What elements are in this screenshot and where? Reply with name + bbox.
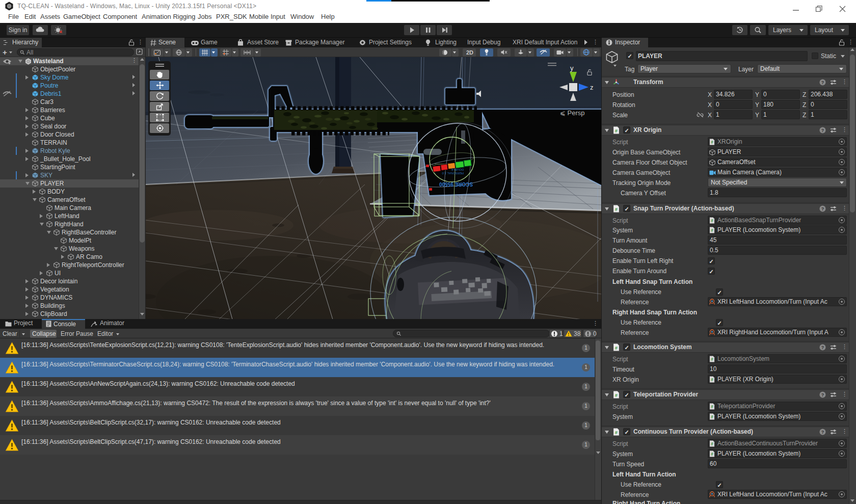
svg-text:#: # <box>711 442 713 446</box>
svg-text:?: ? <box>821 206 824 211</box>
svg-text:#: # <box>711 378 713 382</box>
svg-text:PERSONAL 1.0: PERSONAL 1.0 <box>442 172 464 175</box>
svg-text:z: z <box>590 84 594 91</box>
svg-text:#: # <box>711 228 713 233</box>
svg-text:#: # <box>615 206 618 212</box>
svg-text:y: y <box>570 64 574 72</box>
svg-text:?: ? <box>821 345 824 350</box>
svg-text:#: # <box>615 392 618 398</box>
svg-text:?: ? <box>821 392 824 397</box>
svg-text:#: # <box>711 140 713 145</box>
svg-text:?: ? <box>821 128 824 133</box>
svg-text:#: # <box>711 219 713 223</box>
svg-text:#: # <box>711 452 713 457</box>
svg-text:#: # <box>615 430 618 435</box>
svg-text:⩽ Persp: ⩽ Persp <box>560 109 584 117</box>
svg-text:SCORE 95500: SCORE 95500 <box>439 181 473 187</box>
svg-text:DOUBLE: DOUBLE <box>451 168 464 171</box>
svg-text:?: ? <box>821 430 824 435</box>
svg-text:#: # <box>615 345 618 351</box>
svg-text:?: ? <box>821 80 824 85</box>
svg-text:#: # <box>711 415 713 419</box>
svg-text:#: # <box>711 357 713 362</box>
svg-text:#: # <box>615 128 618 134</box>
svg-text:#: # <box>711 405 713 409</box>
